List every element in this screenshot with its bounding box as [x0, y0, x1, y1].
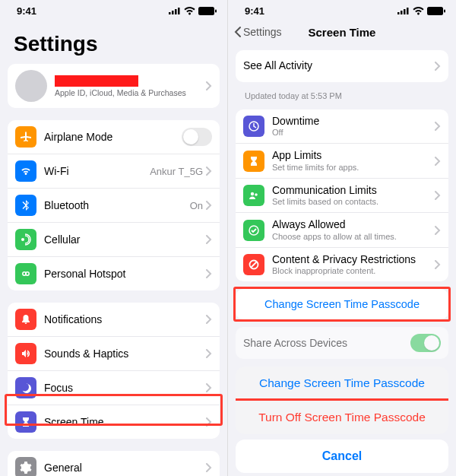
status-indicators: [169, 7, 217, 15]
commlimits-sub: Set limits based on contacts.: [272, 197, 435, 206]
speaker-icon: [15, 343, 36, 364]
chevron-right-icon: [435, 122, 441, 131]
svg-point-6: [21, 238, 24, 241]
svg-rect-3: [178, 8, 180, 14]
bluetooth-row[interactable]: Bluetooth On: [8, 188, 220, 222]
svg-rect-0: [169, 12, 171, 14]
appleid-card[interactable]: Apple ID, iCloud, Media & Purchases: [8, 64, 220, 108]
share-row[interactable]: Share Across Devices: [236, 327, 448, 359]
share-card: Share Across Devices: [236, 327, 448, 359]
action-sheet: Change Screen Time Passcode Turn Off Scr…: [228, 362, 456, 476]
chevron-right-icon: [206, 235, 212, 244]
sheet-change-label: Change Screen Time Passcode: [259, 376, 425, 389]
svg-rect-2: [175, 9, 177, 14]
share-label: Share Across Devices: [243, 338, 410, 349]
chevron-right-icon: [206, 349, 212, 358]
navbar: Settings Screen Time: [228, 18, 456, 46]
hotspot-row[interactable]: Personal Hotspot: [8, 256, 220, 290]
share-toggle[interactable]: [410, 334, 441, 352]
svg-rect-13: [397, 12, 400, 14]
status-bar: 9:41: [0, 0, 227, 18]
appleid-subtitle: Apple ID, iCloud, Media & Purchases: [55, 88, 206, 98]
svg-rect-1: [172, 11, 174, 14]
downtime-row[interactable]: DowntimeOff: [236, 109, 448, 143]
sheet-cancel-label: Cancel: [322, 449, 362, 462]
nosymbol-icon: [243, 254, 264, 275]
airplane-toggle[interactable]: [182, 128, 212, 146]
svg-point-20: [251, 192, 254, 195]
hourglass-icon: [15, 411, 36, 433]
commlimits-icon: [243, 185, 264, 206]
checkmark-icon: [243, 220, 264, 241]
general-row[interactable]: General: [8, 451, 220, 476]
airplane-icon: [15, 126, 36, 148]
redacted-name: [55, 75, 138, 87]
wifi-label: Wi-Fi: [44, 165, 150, 177]
svg-rect-4: [198, 7, 214, 15]
commlimits-title: Communication Limits: [272, 185, 435, 196]
applimits-sub: Set time limits for apps.: [272, 163, 435, 172]
chevron-right-icon: [435, 260, 441, 269]
applimits-row[interactable]: App LimitsSet time limits for apps.: [236, 143, 448, 177]
wifi-row[interactable]: Wi-Fi Ankur T_5G: [8, 154, 220, 188]
seeall-label: See All Activity: [243, 60, 435, 71]
sheet-turnoff-option[interactable]: Turn Off Screen Time Passcode: [236, 400, 448, 434]
status-indicators: [397, 7, 445, 15]
battery-icon: [427, 7, 445, 15]
back-button[interactable]: Settings: [234, 26, 282, 38]
chevron-right-icon: [206, 81, 212, 90]
general-group: General Control Center: [8, 451, 220, 476]
battery-icon: [198, 7, 217, 15]
cellular-icon: [15, 229, 36, 250]
status-time: 9:41: [245, 5, 264, 17]
hotspot-label: Personal Hotspot: [44, 268, 206, 280]
cellular-row[interactable]: Cellular: [8, 222, 220, 256]
chevron-right-icon: [435, 226, 441, 235]
signal-icon: [169, 7, 181, 14]
always-title: Always Allowed: [272, 219, 435, 230]
page-title: Settings: [0, 18, 227, 64]
chevron-right-icon: [435, 191, 441, 200]
chevron-right-icon: [435, 62, 441, 71]
seeall-card: See All Activity: [236, 50, 448, 82]
downtime-sub: Off: [272, 128, 435, 137]
sounds-row[interactable]: Sounds & Haptics: [8, 336, 220, 370]
chevron-right-icon: [435, 157, 441, 166]
cellular-label: Cellular: [44, 233, 206, 246]
applimits-icon: [243, 151, 264, 172]
updated-footnote: Updated today at 5:53 PM: [228, 90, 456, 105]
screentime-row[interactable]: Screen Time: [8, 405, 220, 439]
change-passcode-button[interactable]: Change Screen Time Passcode: [236, 289, 448, 319]
avatar: [15, 70, 47, 102]
sheet-cancel-button[interactable]: Cancel: [236, 440, 448, 473]
wifi-icon: [184, 7, 195, 15]
downtime-title: Downtime: [272, 116, 435, 127]
status-time: 9:41: [17, 5, 36, 17]
sheet-change-option[interactable]: Change Screen Time Passcode: [236, 367, 448, 400]
signal-icon: [397, 7, 410, 14]
moon-icon: [15, 377, 36, 398]
nav-title: Screen Time: [309, 26, 376, 39]
always-sub: Choose apps to allow at all times.: [272, 232, 435, 241]
notifications-row[interactable]: Notifications: [8, 303, 220, 336]
screentime-label: Screen Time: [44, 416, 206, 428]
limits-card: DowntimeOff App LimitsSet time limits fo…: [236, 109, 448, 281]
cpr-title: Content & Privacy Restrictions: [272, 254, 435, 265]
airplane-row[interactable]: Airplane Mode: [8, 120, 220, 154]
always-row[interactable]: Always AllowedChoose apps to allow at al…: [236, 212, 448, 246]
action-sheet-options: Change Screen Time Passcode Turn Off Scr…: [236, 367, 448, 434]
cpr-row[interactable]: Content & Privacy RestrictionsBlock inap…: [236, 247, 448, 281]
commlimits-row[interactable]: Communication LimitsSet limits based on …: [236, 178, 448, 212]
svg-rect-15: [404, 9, 406, 14]
wifi-icon: [413, 7, 424, 15]
chevron-right-icon: [206, 167, 212, 176]
sounds-label: Sounds & Haptics: [44, 347, 206, 360]
focus-row[interactable]: Focus: [8, 370, 220, 405]
chevron-right-icon: [206, 417, 212, 427]
screentime-pane: 9:41 Settings Screen Time See All Activi…: [228, 0, 456, 476]
gear-icon: [15, 457, 36, 476]
svg-rect-5: [215, 9, 217, 12]
bluetooth-label: Bluetooth: [44, 199, 190, 211]
svg-line-24: [251, 262, 257, 268]
seeall-row[interactable]: See All Activity: [236, 50, 448, 82]
